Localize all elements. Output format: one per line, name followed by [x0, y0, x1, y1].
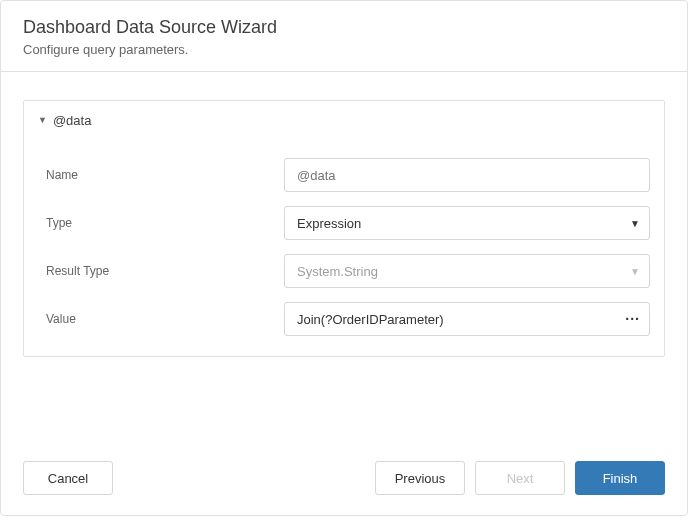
field-type-value: Expression [297, 216, 361, 231]
previous-button[interactable]: Previous [375, 461, 465, 495]
field-value-row: Value Join(?OrderIDParameter) ··· [38, 302, 650, 336]
panel-body: Name Type Expression ▼ Result Typ [24, 140, 664, 356]
chevron-down-icon: ▼ [38, 116, 47, 125]
field-type-select[interactable]: Expression [284, 206, 650, 240]
field-name-input[interactable] [284, 158, 650, 192]
field-resulttype-select: System.String [284, 254, 650, 288]
field-name-row: Name [38, 158, 650, 192]
wizard-content: ▼ @data Name Type Expression ▼ [1, 72, 687, 357]
wizard-subtitle: Configure query parameters. [23, 42, 665, 57]
field-value-text: Join(?OrderIDParameter) [297, 312, 444, 327]
parameter-panel: ▼ @data Name Type Expression ▼ [23, 100, 665, 357]
next-button: Next [475, 461, 565, 495]
field-name-label: Name [38, 168, 284, 182]
wizard-header: Dashboard Data Source Wizard Configure q… [1, 1, 687, 72]
field-type-row: Type Expression ▼ [38, 206, 650, 240]
panel-title: @data [53, 113, 92, 128]
field-resulttype-row: Result Type System.String ▼ [38, 254, 650, 288]
cancel-button[interactable]: Cancel [23, 461, 113, 495]
field-value-input[interactable]: Join(?OrderIDParameter) [284, 302, 650, 336]
panel-toggle[interactable]: ▼ @data [24, 101, 664, 140]
finish-button[interactable]: Finish [575, 461, 665, 495]
field-type-label: Type [38, 216, 284, 230]
wizard-footer: Cancel Previous Next Finish [1, 445, 687, 515]
field-resulttype-value: System.String [297, 264, 378, 279]
field-value-label: Value [38, 312, 284, 326]
wizard-dialog: Dashboard Data Source Wizard Configure q… [0, 0, 688, 516]
field-resulttype-label: Result Type [38, 264, 284, 278]
wizard-title: Dashboard Data Source Wizard [23, 17, 665, 38]
